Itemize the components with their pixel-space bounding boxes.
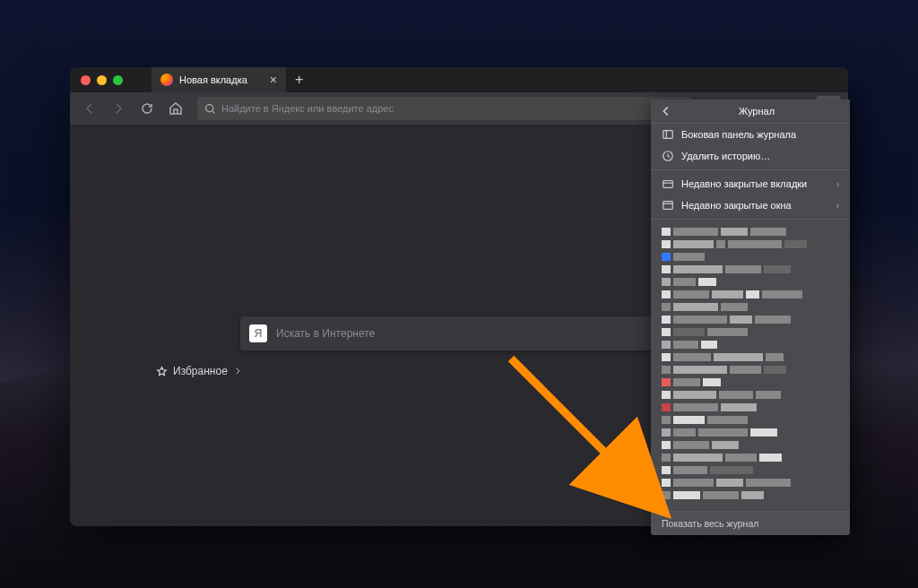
history-icon: [662, 150, 674, 162]
close-window-button[interactable]: [81, 75, 91, 85]
star-icon: [156, 366, 168, 377]
history-list: [651, 222, 850, 511]
url-placeholder: Найдите в Яндекс или введите адрес: [221, 103, 394, 114]
svg-rect-9: [663, 202, 673, 210]
minimize-window-button[interactable]: [97, 75, 107, 85]
search-box[interactable]: Я Искать в Интернете: [240, 316, 678, 350]
browser-tab[interactable]: Новая вкладка ×: [152, 67, 286, 92]
yandex-icon: Я: [249, 324, 267, 342]
home-button[interactable]: [163, 96, 188, 121]
window-controls: [70, 75, 134, 85]
favorites-section[interactable]: Избранное: [156, 365, 242, 377]
favorites-label: Избранное: [173, 365, 228, 377]
chevron-right-icon: [233, 367, 242, 376]
sidebar-icon: [662, 128, 674, 141]
new-tab-button[interactable]: +: [286, 72, 312, 88]
panel-title: Журнал: [672, 106, 841, 117]
reload-button[interactable]: [134, 96, 160, 121]
search-placeholder: Искать в Интернете: [276, 327, 375, 340]
tabs-icon: [662, 177, 674, 190]
window-icon: [662, 199, 674, 212]
firefox-icon: [160, 74, 173, 86]
svg-rect-6: [663, 131, 673, 139]
chevron-right-icon: ›: [836, 179, 839, 189]
close-tab-button[interactable]: ×: [270, 73, 277, 87]
svg-point-0: [206, 104, 213, 111]
tab-title: Новая вкладка: [179, 74, 247, 85]
chevron-right-icon: ›: [836, 201, 839, 211]
history-panel: Журнал Боковая панель журнала Удалить ис…: [651, 99, 850, 535]
show-all-history-button[interactable]: Показать весь журнал: [651, 511, 850, 535]
url-bar[interactable]: Найдите в Яндекс или введите адрес: [197, 97, 692, 120]
recent-tabs-item[interactable]: Недавно закрытые вкладки ›: [651, 173, 850, 195]
recent-windows-item[interactable]: Недавно закрытые окна ›: [651, 195, 850, 216]
maximize-window-button[interactable]: [113, 75, 123, 85]
back-button[interactable]: [77, 96, 102, 121]
panel-back-button[interactable]: [660, 105, 672, 117]
svg-rect-8: [663, 181, 673, 188]
tab-bar: Новая вкладка × +: [70, 67, 848, 92]
browser-window: Новая вкладка × + Найдите в Яндекс или в…: [70, 67, 848, 526]
clear-history-item[interactable]: Удалить историю…: [651, 145, 850, 167]
history-sidebar-item[interactable]: Боковая панель журнала: [651, 124, 850, 145]
panel-header: Журнал: [651, 99, 850, 124]
search-icon: [204, 103, 216, 115]
forward-button[interactable]: [106, 96, 131, 121]
